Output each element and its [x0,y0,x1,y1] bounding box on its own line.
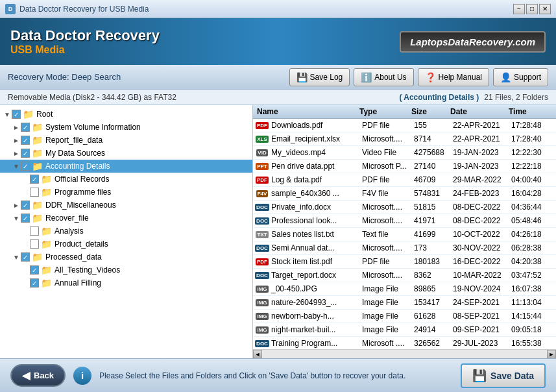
file-type: Microsoft .... [359,339,411,348]
tree-checkbox[interactable]: ✓ [21,149,30,158]
file-row[interactable]: DOCPrivate_info.docxMicrosoft....5181508… [253,201,556,214]
file-type: Image File [359,325,411,334]
help-manual-button[interactable]: ❓ Help Manual [418,68,489,86]
file-row[interactable]: DOCSemi Annual dat...Microsoft....17330-… [253,241,556,255]
maximize-button[interactable]: □ [526,4,538,14]
tree-toggle[interactable]: ▼ [12,215,21,222]
file-type: Image File [359,298,411,307]
folder-icon: 📁 [41,174,52,184]
tree-item[interactable]: ✓📁Annual Filling [0,276,252,289]
file-size: 24914 [411,325,450,334]
file-list[interactable]: PDFDownloads.pdfPDF file15522-APR-202117… [253,119,556,349]
file-name: Pen drive data.ppt [269,162,359,171]
file-type: Text file [359,230,411,239]
about-us-button[interactable]: ℹ️ About Us [354,68,413,86]
tree-checkbox[interactable]: ✓ [12,110,21,119]
tree-item[interactable]: ►✓📁My Data Sources [0,147,252,160]
file-size: 61628 [411,312,450,321]
file-time: 12:22:18 [509,162,554,171]
file-row[interactable]: IMGnature-2604993_...Image File15341724-… [253,296,556,310]
file-name: nature-2604993_... [269,298,359,307]
scroll-track[interactable] [262,350,547,358]
tree-panel: ▼✓📁Root►✓📁System Volume Information►✓📁Re… [0,105,253,358]
tree-checkbox[interactable]: ✓ [30,265,39,275]
file-date: 22-APR-2021 [450,121,509,130]
file-date: 16-DEC-2022 [450,257,509,266]
file-row[interactable]: IMG_00-450.JPGImage File8986519-NOV-2024… [253,282,556,296]
minimize-button[interactable]: − [513,4,525,14]
col-type: Type [357,107,409,116]
file-row[interactable]: DOCProfessional look...Microsoft....4197… [253,214,556,228]
file-date: 22-APR-2021 [450,134,509,143]
tree-toggle[interactable]: ▼ [12,254,21,261]
tree-checkbox[interactable]: ✓ [21,123,30,132]
file-row[interactable]: VIDMy_videos.mp4Video File427568819-JAN-… [253,146,556,160]
tree-item[interactable]: ✓📁All_Testing_Videos [0,263,252,276]
accounting-details-link[interactable]: ( Accounting Details ) [399,93,479,102]
file-row[interactable]: DOCTarget_report.docxMicrosoft....836210… [253,269,556,282]
brand-subtitle: USB Media [10,44,160,56]
tree-item[interactable]: ►✓📁DDR_Miscellaneous [0,199,252,212]
tree-checkbox[interactable] [30,239,39,249]
file-row[interactable]: IMGnight-market-buil...Image File2491409… [253,323,556,337]
tree-item[interactable]: ►✓📁System Volume Information [0,121,252,134]
tree-toggle[interactable]: ► [12,137,21,144]
file-row[interactable]: PDFDownloads.pdfPDF file15522-APR-202117… [253,119,556,132]
tree-checkbox[interactable]: ✓ [30,175,39,184]
file-row[interactable]: IMGnewborn-baby-h...Image File6162808-SE… [253,310,556,323]
tree-toggle[interactable]: ▼ [3,111,12,118]
tree-item-label: Accounting Details [45,162,110,171]
folder-icon: 📁 [32,200,43,210]
tree-checkbox[interactable]: ✓ [21,252,30,262]
save-data-label: Save Data [490,371,534,381]
hint-text: Please Select the Files and Folders and … [99,371,453,380]
toolbar: Recovery Mode: Deep Search 💾 Save Log ℹ️… [0,65,556,90]
tree-item[interactable]: ▼✓📁Recover_file [0,212,252,225]
file-time: 12:22:30 [509,148,554,157]
tree-item[interactable]: ▼✓📁Processed_data [0,251,252,263]
tree-toggle[interactable]: ► [12,150,21,157]
save-data-button[interactable]: 💾 Save Data [461,363,546,388]
file-row[interactable]: PPTPen drive data.pptMicrosoft P...27140… [253,160,556,173]
tree-checkbox[interactable] [30,227,39,236]
tree-checkbox[interactable]: ✓ [21,214,30,223]
support-button[interactable]: 👤 Support [493,68,548,86]
support-icon: 👤 [500,72,511,82]
tree-item[interactable]: 📁Product_details [0,238,252,251]
folder-icon: 📁 [41,226,52,236]
brand-title: Data Doctor Recovery [10,27,160,44]
tree-checkbox[interactable]: ✓ [21,162,30,171]
tree-toggle[interactable]: ► [12,124,21,131]
horizontal-scrollbar[interactable]: ◄ ► [253,349,556,358]
tree-checkbox[interactable]: ✓ [21,201,30,210]
file-row[interactable]: DOCTraining Program...Microsoft ....3265… [253,337,556,349]
close-button[interactable]: ✕ [539,4,551,14]
file-row[interactable]: PDFLog & data.pdfPDF file4670929-MAR-202… [253,173,556,187]
back-arrow-icon: ◀ [22,369,30,382]
tree-item[interactable]: 📁Analysis [0,225,252,238]
scroll-left-button[interactable]: ◄ [253,350,262,359]
file-size: 574831 [411,189,450,198]
scroll-right-button[interactable]: ► [547,350,556,359]
tree-item[interactable]: ▼✓📁Accounting Details [0,160,252,173]
file-row[interactable]: F4Vsample_640x360 ...F4V file57483124-FE… [253,187,556,201]
tree-checkbox[interactable]: ✓ [30,278,39,288]
file-time: 04:20:38 [509,257,554,266]
back-button[interactable]: ◀ Back [10,364,66,387]
file-time: 17:28:48 [509,121,554,130]
file-type: F4V file [359,189,411,198]
tree-checkbox[interactable]: ✓ [21,136,30,145]
file-row[interactable]: TXTSales notes list.txtText file4169910-… [253,228,556,241]
folder-tree[interactable]: ▼✓📁Root►✓📁System Volume Information►✓📁Re… [0,105,252,358]
tree-item[interactable]: ▼✓📁Root [0,108,252,121]
tree-toggle[interactable]: ► [12,202,21,209]
tree-toggle[interactable]: ▼ [12,163,21,170]
tree-checkbox[interactable] [30,188,39,197]
file-row[interactable]: PDFStock item list.pdfPDF file18018316-D… [253,255,556,269]
file-type: Microsoft.... [359,134,411,143]
file-row[interactable]: XLSEmail_recipient.xlsxMicrosoft....8714… [253,132,556,146]
tree-item[interactable]: 📁Programme files [0,186,252,199]
save-log-button[interactable]: 💾 Save Log [289,68,350,86]
tree-item[interactable]: ✓📁Official Records [0,173,252,186]
tree-item[interactable]: ►✓📁Report_file_data [0,134,252,147]
